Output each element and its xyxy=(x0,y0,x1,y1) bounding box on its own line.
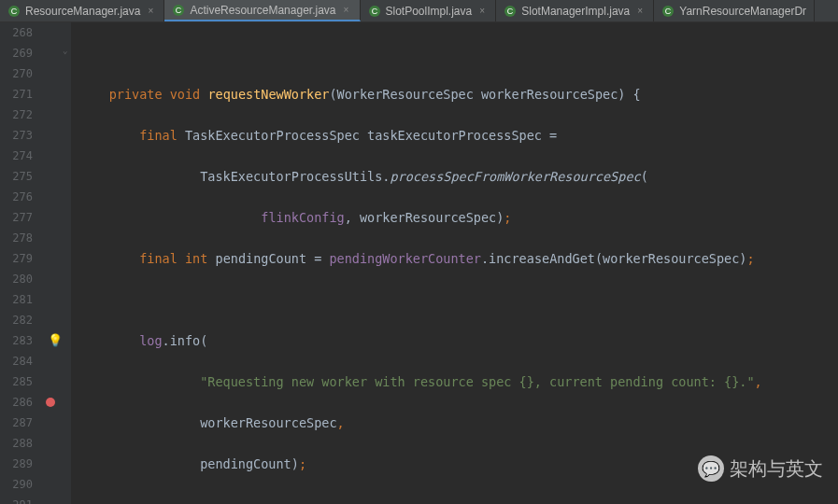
code-content[interactable]: private void requestNewWorker(WorkerReso… xyxy=(71,22,838,504)
line-number: 276 xyxy=(0,187,33,207)
line-number: 274 xyxy=(0,146,33,166)
keyword: void xyxy=(170,87,201,102)
line-number: 286 xyxy=(0,392,33,413)
tab-activeresourcemanager[interactable]: C ActiveResourceManager.java × xyxy=(164,0,360,21)
line-number: 291 xyxy=(0,495,33,504)
marker-gutter: ⌄ 💡 ⌄ xyxy=(42,22,71,504)
close-icon[interactable]: × xyxy=(341,5,352,16)
semicolon: ; xyxy=(299,456,306,471)
line-number: 277 xyxy=(0,207,33,228)
string-literal: "Requesting new worker with resource spe… xyxy=(200,374,754,389)
java-class-icon: C xyxy=(661,5,675,18)
code-text: , workerResourceSpec) xyxy=(345,210,504,225)
params: (WorkerResourceSpec workerResourceSpec) … xyxy=(329,87,640,102)
svg-text:C: C xyxy=(11,7,18,16)
editor-area[interactable]: 2682692702712722732742752762772782792802… xyxy=(0,22,838,504)
java-class-icon: C xyxy=(172,4,185,17)
code-text: TaskExecutorProcessSpec taskExecutorProc… xyxy=(178,128,557,143)
line-number: 281 xyxy=(0,289,33,310)
watermark: 💬 架构与英文 xyxy=(698,455,823,482)
line-number: 275 xyxy=(0,166,33,187)
svg-text:C: C xyxy=(176,6,182,15)
method-call: .info( xyxy=(163,333,208,348)
svg-text:C: C xyxy=(371,7,377,16)
semicolon: ; xyxy=(746,251,754,266)
keyword: private xyxy=(109,87,163,102)
java-class-icon: C xyxy=(504,5,517,18)
close-icon[interactable]: × xyxy=(145,6,156,17)
java-class-icon: C xyxy=(7,5,21,18)
line-number: 287 xyxy=(0,413,33,433)
line-number: 270 xyxy=(0,63,33,84)
line-number: 290 xyxy=(0,474,33,495)
keyword: final xyxy=(139,128,178,143)
code-text: workerResourceSpec xyxy=(200,415,336,430)
tab-label: YarnResourceManagerDr xyxy=(679,5,806,18)
static-method: processSpecFromWorkerResourceSpec xyxy=(390,169,640,184)
line-number: 279 xyxy=(0,248,33,269)
tab-label: SlotManagerImpl.java xyxy=(521,5,630,18)
class-ref: TaskExecutorProcessUtils. xyxy=(200,169,390,184)
line-number-gutter: 2682692702712722732742752762772782792802… xyxy=(0,22,42,504)
line-number: 289 xyxy=(0,454,33,474)
close-icon[interactable]: × xyxy=(476,6,488,17)
tab-slotmanagerimpl[interactable]: C SlotManagerImpl.java × xyxy=(496,0,654,21)
line-number: 278 xyxy=(0,228,33,248)
line-number: 269 xyxy=(0,43,33,63)
line-number: 271 xyxy=(0,84,33,105)
comma: , xyxy=(337,415,345,430)
intention-bulb-icon[interactable]: 💡 xyxy=(48,333,61,346)
line-number: 284 xyxy=(0,351,33,371)
field: log xyxy=(139,333,162,348)
field: pendingWorkerCounter xyxy=(329,251,481,266)
tab-yarnresourcemanager[interactable]: C YarnResourceManagerDr xyxy=(654,0,815,21)
java-class-icon: C xyxy=(368,5,381,18)
tab-slotpoolimpl[interactable]: C SlotPoolImpl.java × xyxy=(361,0,497,21)
code-text: pendingCount) xyxy=(200,456,299,471)
paren: ( xyxy=(641,169,648,184)
fold-icon[interactable]: ⌄ xyxy=(20,333,33,346)
tab-resourcemanager[interactable]: C ResourceManager.java × xyxy=(0,0,164,21)
keyword: final xyxy=(139,251,178,266)
method-call: .increaseAndGet(workerResourceSpec) xyxy=(481,251,746,266)
tab-label: SlotPoolImpl.java xyxy=(386,5,473,18)
line-number: 268 xyxy=(0,22,33,43)
close-icon[interactable]: × xyxy=(634,6,646,17)
line-number: 288 xyxy=(0,433,33,454)
method-name: requestNewWorker xyxy=(207,87,329,102)
wechat-icon: 💬 xyxy=(698,455,724,482)
line-number: 282 xyxy=(0,310,33,330)
code-text: pendingCount = xyxy=(207,251,329,266)
line-number: 273 xyxy=(0,125,33,146)
tab-label: ActiveResourceManager.java xyxy=(190,4,335,17)
line-number: 285 xyxy=(0,371,33,392)
semicolon: ; xyxy=(504,210,511,225)
svg-text:C: C xyxy=(507,7,514,16)
tab-label: ResourceManager.java xyxy=(25,5,140,18)
comma: , xyxy=(755,374,762,389)
breakpoint-icon[interactable] xyxy=(46,398,55,407)
line-number: 280 xyxy=(0,269,33,289)
editor-tabs: C ResourceManager.java × C ActiveResourc… xyxy=(0,0,838,22)
field: flinkConfig xyxy=(261,210,344,225)
svg-text:C: C xyxy=(665,7,672,16)
line-number: 272 xyxy=(0,105,33,125)
keyword: int xyxy=(185,251,207,266)
watermark-text: 架构与英文 xyxy=(730,456,823,482)
